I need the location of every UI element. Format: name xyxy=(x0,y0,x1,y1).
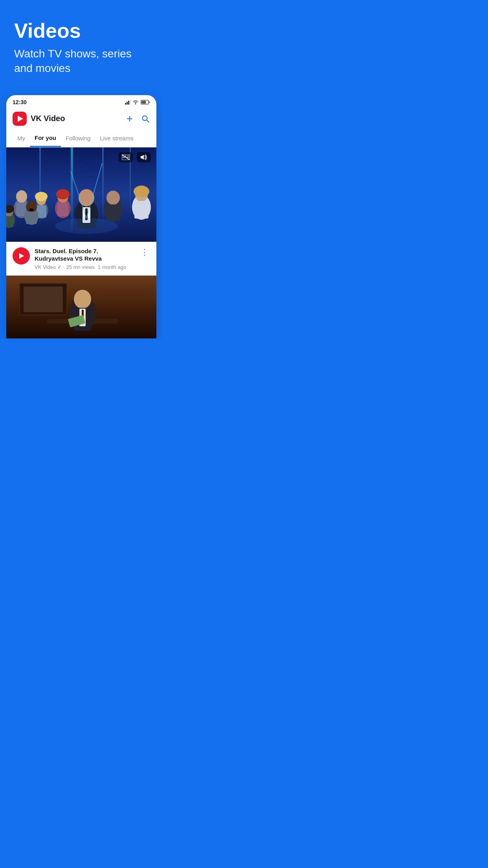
svg-point-7 xyxy=(143,116,147,120)
svg-rect-35 xyxy=(134,201,149,219)
channel-name: VK Video xyxy=(35,264,56,270)
app-name: VK Video xyxy=(31,114,65,123)
video-info-card: Stars. Duel. Episode 7. Kudryavtseva VS … xyxy=(6,242,156,276)
svg-line-8 xyxy=(147,120,149,122)
svg-rect-0 xyxy=(125,103,126,105)
battery-icon xyxy=(141,100,150,105)
svg-rect-3 xyxy=(130,100,130,105)
svg-point-20 xyxy=(35,192,48,201)
add-button[interactable]: + xyxy=(127,113,133,124)
svg-rect-23 xyxy=(57,202,68,216)
svg-point-37 xyxy=(55,218,118,234)
svg-point-15 xyxy=(16,190,27,203)
signal-icon xyxy=(125,100,130,105)
svg-rect-2 xyxy=(128,101,129,105)
volume-button[interactable] xyxy=(137,152,151,162)
svg-rect-42 xyxy=(6,216,13,227)
svg-rect-12 xyxy=(102,147,104,226)
svg-point-24 xyxy=(56,189,70,199)
video-overlay-icons xyxy=(119,152,151,162)
status-icons xyxy=(125,100,150,105)
hero-section: Videos Watch TV shows, series and movies xyxy=(0,0,163,87)
channel-logo xyxy=(13,247,30,265)
svg-point-47 xyxy=(29,208,34,211)
wifi-icon xyxy=(132,100,139,105)
svg-rect-6 xyxy=(149,101,150,103)
hero-subtitle: Watch TV shows, series and movies xyxy=(14,47,149,75)
svg-rect-57 xyxy=(24,287,63,312)
video-text-info: Stars. Duel. Episode 7. Kudryavtseva VS … xyxy=(35,247,134,270)
subtitles-off-icon xyxy=(122,154,130,160)
svg-marker-54 xyxy=(141,155,144,160)
app-logo xyxy=(13,112,27,126)
verified-badge: ✓ xyxy=(57,264,62,270)
svg-rect-46 xyxy=(26,211,37,224)
header-actions: + xyxy=(127,113,150,124)
search-button[interactable] xyxy=(141,114,150,123)
status-time: 12:30 xyxy=(13,99,27,105)
volume-icon xyxy=(140,154,148,160)
play-icon xyxy=(18,116,23,122)
tab-following[interactable]: Following xyxy=(61,130,95,146)
svg-rect-5 xyxy=(141,101,146,103)
status-bar: 12:30 xyxy=(6,95,156,108)
tab-live-streams[interactable]: Live streams xyxy=(95,130,138,146)
channel-play-icon xyxy=(19,253,24,259)
dot-separator: · xyxy=(63,264,65,270)
tab-for-you[interactable]: For you xyxy=(30,130,61,147)
phone-mockup: 12:30 xyxy=(6,95,156,338)
video-title[interactable]: Stars. Duel. Episode 7. Kudryavtseva VS … xyxy=(35,247,134,263)
time-ago: 1 month ago xyxy=(98,264,126,270)
tabs-bar: My For you Following Live streams xyxy=(6,130,156,147)
more-options-button[interactable]: ⋮ xyxy=(139,247,150,257)
svg-rect-1 xyxy=(127,102,128,105)
hero-title: Videos xyxy=(14,20,149,42)
svg-rect-32 xyxy=(106,204,120,221)
svg-point-36 xyxy=(134,186,149,197)
video-thumbnail[interactable] xyxy=(6,147,156,242)
app-logo-area: VK Video xyxy=(13,112,65,126)
svg-point-60 xyxy=(74,290,91,309)
view-count: 25 mn views xyxy=(66,264,95,270)
second-video-scene xyxy=(6,276,156,338)
second-video-preview[interactable] xyxy=(6,276,156,338)
svg-point-31 xyxy=(106,191,120,205)
app-header: VK Video + xyxy=(6,108,156,130)
video-meta: VK Video ✓ · 25 mn views 1 month ago xyxy=(35,264,134,270)
tab-my[interactable]: My xyxy=(13,130,30,146)
svg-line-53 xyxy=(122,154,130,160)
subtitles-off-button[interactable] xyxy=(119,152,133,162)
